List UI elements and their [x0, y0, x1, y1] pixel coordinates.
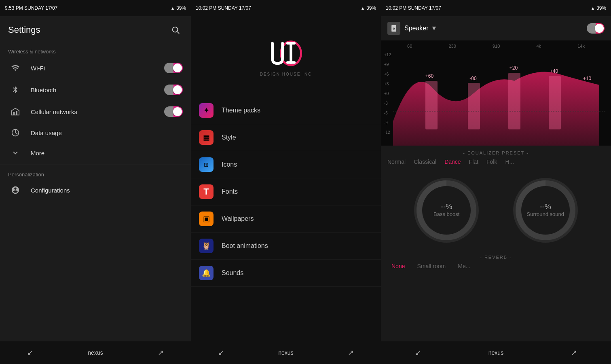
eq-preset-section: - EQUALIZER PRESET - Normal Classical Da…: [381, 146, 611, 170]
svg-text:+40: +40: [550, 68, 558, 74]
back-nav-p1[interactable]: ↙: [27, 348, 33, 357]
svg-point-0: [173, 27, 178, 32]
logo-subtitle: DESIGN HOUSE INC: [260, 72, 312, 76]
settings-header: Settings: [0, 16, 191, 44]
menu-sounds[interactable]: 🔔 Sounds: [191, 260, 381, 287]
preset-dance[interactable]: Dance: [444, 159, 461, 165]
data-label: Data usage: [31, 129, 183, 136]
svg-rect-3: [16, 111, 17, 115]
configurations-item[interactable]: Configurations: [0, 180, 191, 200]
svg-rect-12: [549, 76, 561, 129]
surround-sound-inner: --% Surround sound: [521, 186, 570, 235]
wallpapers-icon: ▣: [199, 212, 214, 226]
speaker-dropdown[interactable]: Speaker ▼: [404, 25, 583, 32]
icons-icon: ⊞: [199, 157, 214, 172]
recent-nav-p1[interactable]: ↗: [158, 348, 164, 357]
surround-sound-label: Surround sound: [526, 211, 564, 218]
reverb-none[interactable]: None: [391, 263, 405, 269]
search-button[interactable]: [168, 23, 183, 37]
preset-folk[interactable]: Folk: [486, 159, 497, 165]
bass-boost-knob[interactable]: --% Bass boost: [414, 178, 479, 243]
boot-icon: 🦉: [199, 239, 214, 253]
surround-sound-value: --%: [540, 203, 551, 211]
sounds-label: Sounds: [222, 269, 243, 277]
cellular-label: Cellular networks: [31, 108, 164, 115]
speaker-icon: [390, 24, 398, 32]
home-nav-p2[interactable]: nexus: [278, 349, 293, 356]
signal-icon-p2: ▴: [362, 5, 364, 11]
bluetooth-label: Bluetooth: [31, 87, 164, 93]
svg-text:-00: -00: [469, 76, 477, 81]
home-nav-p3[interactable]: nexus: [488, 349, 503, 356]
bottom-nav-p1: ↙ nexus ↗: [0, 341, 191, 364]
reverb-label: - REVERB -: [387, 255, 605, 260]
battery-p1: 39%: [176, 5, 186, 11]
battery-p2: 39%: [366, 5, 376, 11]
status-icons-p1: ▴ 39%: [171, 5, 186, 11]
wifi-svg: [11, 63, 20, 72]
config-label: Configurations: [31, 187, 183, 194]
bottom-nav-p3: ↙ nexus ↗: [381, 341, 611, 364]
back-nav-p2[interactable]: ↙: [218, 348, 224, 357]
back-nav-p3[interactable]: ↙: [415, 348, 421, 357]
knobs-section: --% Bass boost --% Surround sound: [381, 170, 611, 251]
preset-classical[interactable]: Classical: [414, 159, 436, 165]
speaker-label: Speaker: [404, 25, 429, 32]
recent-nav-p2[interactable]: ↗: [348, 348, 354, 357]
logo-area: DESIGN HOUSE INC: [191, 16, 381, 97]
eq-graph: 60 230 910 4k 14k +12 +9 +6 +3 +0 -3 -6 …: [381, 40, 611, 146]
cellular-icon: [8, 107, 23, 116]
data-svg: [11, 128, 20, 137]
menu-style[interactable]: ▦ Style: [191, 124, 381, 151]
theme-packs-label: Theme packs: [222, 107, 260, 114]
bass-boost-value: --%: [441, 203, 452, 211]
eq-svg: +60 -00 +20 +40 +10: [381, 40, 611, 146]
menu-icons[interactable]: ⊞ Icons: [191, 151, 381, 178]
status-icons-p2: ▴ 39%: [362, 5, 376, 11]
more-item[interactable]: More: [0, 143, 191, 163]
menu-wallpapers[interactable]: ▣ Wallpapers: [191, 205, 381, 233]
ui-logo-svg: [266, 37, 306, 70]
eq-preset-list: Normal Classical Dance Flat Folk H...: [381, 159, 611, 165]
search-icon: [171, 25, 180, 34]
bottom-nav-p2: ↙ nexus ↗: [191, 341, 381, 364]
status-bar-p3: 10:02 PM SUNDAY 17/07 ▴ 39%: [381, 0, 611, 16]
bluetooth-item[interactable]: Bluetooth: [0, 79, 191, 101]
recent-nav-p3[interactable]: ↗: [571, 348, 577, 357]
config-icon: [8, 186, 23, 195]
more-label: More: [31, 150, 183, 157]
menu-boot[interactable]: 🦉 Boot animations: [191, 233, 381, 260]
data-usage-item[interactable]: Data usage: [0, 123, 191, 143]
data-icon: [8, 128, 23, 137]
config-svg: [11, 186, 20, 195]
cellular-item[interactable]: Cellular networks: [0, 101, 191, 123]
style-label: Style: [222, 134, 236, 141]
svg-rect-11: [508, 73, 520, 129]
menu-list: ✦ Theme packs ▦ Style ⊞ Icons T Fonts: [191, 97, 381, 287]
svg-text:+60: +60: [425, 73, 434, 79]
reverb-small-room[interactable]: Small room: [417, 263, 446, 269]
menu-fonts[interactable]: T Fonts: [191, 178, 381, 205]
svg-text:+10: +10: [583, 76, 592, 81]
wifi-item[interactable]: Wi-Fi: [0, 57, 191, 79]
settings-title: Settings: [8, 25, 40, 35]
menu-theme-packs[interactable]: ✦ Theme packs: [191, 97, 381, 124]
home-nav-p1[interactable]: nexus: [88, 349, 103, 356]
wifi-toggle[interactable]: [164, 63, 183, 73]
svg-line-1: [177, 32, 179, 34]
icons-label: Icons: [222, 161, 237, 168]
reverb-section: - REVERB - None Small room Me...: [381, 251, 611, 273]
surround-sound-knob[interactable]: --% Surround sound: [513, 178, 578, 243]
signal-icon-p3: ▴: [592, 5, 594, 11]
power-toggle[interactable]: [587, 23, 605, 34]
bass-boost-wrap: --% Bass boost: [414, 178, 479, 243]
cellular-toggle[interactable]: [164, 106, 183, 117]
svg-rect-2: [13, 112, 15, 115]
wallpapers-label: Wallpapers: [222, 215, 254, 222]
preset-h[interactable]: H...: [505, 159, 514, 165]
preset-flat[interactable]: Flat: [469, 159, 478, 165]
svg-rect-9: [425, 81, 438, 129]
bluetooth-toggle[interactable]: [164, 85, 183, 95]
preset-normal[interactable]: Normal: [387, 159, 406, 165]
reverb-me[interactable]: Me...: [458, 263, 470, 269]
